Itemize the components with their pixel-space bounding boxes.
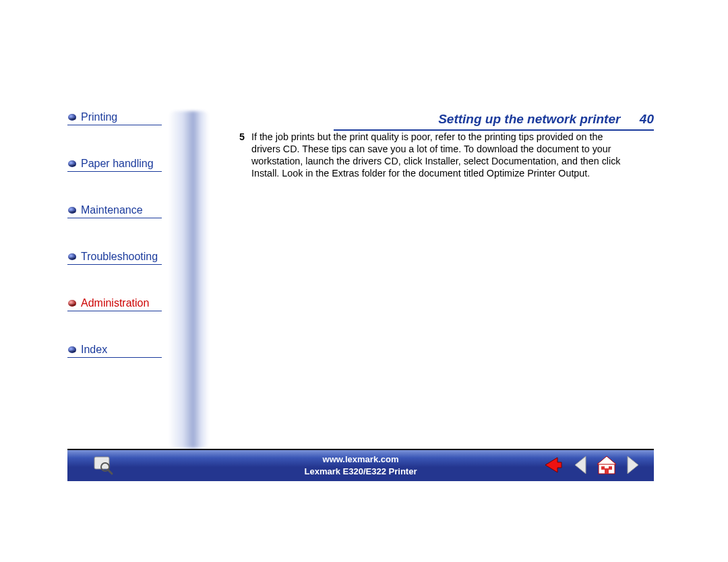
svg-point-7	[69, 257, 76, 259]
page-number: 40	[640, 112, 654, 126]
svg-marker-18	[597, 456, 616, 464]
sidebar-item-maintenance[interactable]: Maintenance	[67, 204, 169, 218]
svg-marker-22	[628, 456, 638, 474]
sidebar-item-index[interactable]: Index	[67, 344, 169, 358]
svg-point-9	[69, 304, 76, 306]
divider	[67, 125, 162, 125]
sidebar-item-label: Printing	[81, 111, 117, 123]
svg-rect-20	[609, 466, 612, 470]
sidebar-item-troubleshooting[interactable]: Troubleshooting	[67, 251, 169, 265]
bullet-icon	[67, 159, 77, 168]
body-content: 5 If the job prints but the print qualit…	[233, 131, 630, 179]
step-text: If the job prints but the print quality …	[251, 131, 626, 179]
prev-page-button[interactable]	[568, 453, 592, 477]
sidebar-gradient	[169, 111, 209, 448]
divider	[67, 311, 162, 311]
svg-point-11	[69, 350, 76, 352]
back-button[interactable]	[541, 453, 565, 477]
svg-point-5	[69, 211, 76, 213]
bullet-icon	[67, 252, 77, 261]
search-icon[interactable]	[92, 454, 115, 477]
divider	[67, 218, 162, 218]
divider	[67, 171, 162, 172]
svg-marker-15	[545, 458, 562, 472]
sidebar-item-label: Administration	[81, 297, 149, 309]
sidebar-item-printing[interactable]: Printing	[67, 111, 169, 125]
divider	[67, 357, 162, 358]
sidebar-item-label: Maintenance	[81, 204, 143, 216]
bullet-icon	[67, 113, 77, 122]
bullet-icon	[67, 206, 77, 215]
sidebar-item-label: Paper handling	[81, 158, 154, 170]
sidebar-item-paper-handling[interactable]: Paper handling	[67, 158, 169, 172]
sidebar-item-label: Index	[81, 344, 107, 356]
step-number: 5	[233, 131, 245, 144]
divider	[67, 264, 162, 265]
next-page-button[interactable]	[621, 453, 646, 477]
sidebar: Printing Paper handling Maintenance	[67, 111, 206, 390]
footer-product: Lexmark E320/E322 Printer	[305, 466, 417, 476]
bullet-icon	[67, 345, 77, 354]
footer-bar: www.lexmark.com Lexmark E320/E322 Printe…	[67, 449, 654, 481]
svg-marker-16	[575, 456, 586, 474]
document-page: Setting up the network printer 40 Printi…	[67, 94, 654, 482]
bullet-icon	[67, 299, 77, 308]
svg-rect-19	[601, 466, 605, 470]
home-button[interactable]	[595, 453, 619, 477]
sidebar-item-label: Troubleshooting	[81, 251, 158, 263]
footer-nav	[541, 453, 646, 477]
svg-rect-21	[605, 468, 609, 474]
sidebar-item-administration[interactable]: Administration	[67, 297, 169, 311]
svg-point-3	[69, 164, 76, 166]
section-title: Setting up the network printer	[438, 112, 620, 126]
page-header: Setting up the network printer 40	[334, 112, 654, 131]
svg-line-14	[108, 470, 112, 474]
svg-point-1	[69, 118, 76, 120]
footer-url[interactable]: www.lexmark.com	[323, 454, 399, 464]
